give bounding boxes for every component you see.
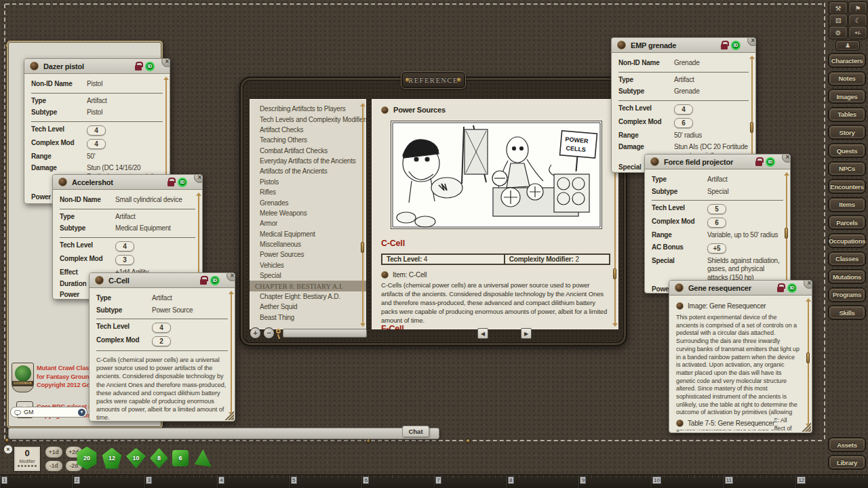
window-scrollbar[interactable] [784,172,789,287]
hotkey-slot[interactable]: 8 [507,475,579,488]
field-value[interactable]: 6 [674,118,693,128]
next-page-button[interactable]: ▶ [521,328,532,339]
modifiers-icon[interactable]: +/- [848,26,867,39]
die-modifier-button[interactable]: +1d [45,446,63,458]
hotkey-slot[interactable]: 5 [290,475,362,488]
link-sphere-icon[interactable] [676,420,684,427]
reference-nav-item[interactable]: Tech Levels and Complexity Modifiers [250,114,366,124]
reference-nav-item[interactable]: Medical Equipment [250,229,366,239]
id-badge-icon[interactable]: ID [787,283,797,293]
item-link-row[interactable]: Item: C-Cell [381,268,427,281]
id-badge-icon[interactable]: ID [731,41,741,50]
reference-title-plaque[interactable]: REFERENCE [401,71,466,89]
field-value[interactable]: Pistol [87,108,163,117]
reference-nav-item[interactable]: Power Sources [250,249,366,260]
window-titlebar[interactable]: EMP grenade ID [612,38,755,53]
item-sphere-icon[interactable] [650,157,659,166]
die[interactable] [193,449,212,467]
field-value[interactable]: Shields against radiation, gases, and ph… [707,257,783,283]
item-sphere-icon[interactable] [95,276,104,285]
lock-icon[interactable] [167,178,174,186]
clear-modifier-icon[interactable]: × [3,445,13,454]
window-titlebar[interactable]: Dazer pistol ID [24,59,170,74]
field-value[interactable]: 4 [674,104,693,115]
field-value[interactable]: 4 [87,139,106,149]
image-link-label[interactable]: Image: Gene Resequencer [688,302,766,310]
item-sphere-icon[interactable] [617,41,626,49]
reference-nav-item[interactable]: Melee Weapons [250,208,366,218]
field-value[interactable]: Grenade [674,87,749,96]
field-value[interactable]: Artifact [674,76,749,85]
prev-page-button[interactable]: ◀ [477,328,488,339]
window-scrollbar[interactable] [806,298,810,427]
window-titlebar[interactable]: Gene resequencer ID [669,281,812,296]
reference-nav-item[interactable]: Beast Thing [250,312,366,323]
party-sheet-icon[interactable]: ⚑ [848,1,867,15]
reference-nav-item[interactable]: Rifles [250,187,366,197]
chat-speaker-dropdown[interactable]: GM ▼ [10,407,87,418]
id-badge-icon[interactable]: ID [145,62,155,71]
field-value[interactable]: Artifact [115,213,195,222]
sidebar-item[interactable]: Items [828,197,866,212]
die[interactable]: 20 [76,447,98,470]
reference-nav-item[interactable]: Aether Squid [250,302,366,312]
window-titlebar[interactable]: C-Cell ID [90,273,235,288]
field-value[interactable]: Artifact [87,97,163,106]
modifier-value[interactable]: 0 [14,447,40,459]
reference-nav-item[interactable]: CHAPTER 8: BESTIARY A.I. [250,281,366,291]
sidebar-item[interactable]: Assets [828,437,866,452]
hotkey-slot[interactable]: 10 [651,475,724,488]
sidebar-item[interactable]: Images [828,89,866,104]
reference-nav-item[interactable]: Armor [250,218,366,228]
field-value[interactable]: 4 [87,125,106,136]
window-scrollbar[interactable] [749,56,754,167]
field-value[interactable]: 50' radius [674,131,749,140]
table-link-row[interactable]: Table 7-5: Gene Resequencer [676,417,774,430]
hotkey-slot[interactable]: 6 [361,475,434,488]
item-sphere-icon[interactable] [675,283,684,292]
reference-nav-item[interactable]: Artifact Checks [250,125,366,135]
item-window-gene-resequencer[interactable]: Gene resequencer ID × Image: Gene Resequ… [669,280,812,433]
zoom-in-button[interactable]: + [250,327,261,339]
field-value[interactable]: Special [707,188,783,197]
field-value[interactable]: 5 [707,204,726,214]
item-sphere-icon[interactable] [30,62,39,70]
hotkey-slot[interactable]: 11 [724,475,796,488]
link-sphere-icon[interactable] [381,271,389,279]
hotkey-slot[interactable]: 3 [144,475,217,488]
die[interactable]: 12 [102,448,122,469]
field-value[interactable]: 2 [152,336,171,346]
field-value[interactable]: Power Source [152,306,228,315]
item-window-force-field-projector[interactable]: Force field projector ID × Type Artifact… [644,154,791,293]
id-badge-icon[interactable]: ID [178,178,187,187]
field-value[interactable]: 3 [115,255,134,265]
sidebar-item[interactable]: Quests [828,143,866,158]
window-titlebar[interactable]: Force field projector ID [645,155,790,169]
item-window-ccell[interactable]: C-Cell ID × Type Artifact Subtype Power … [89,272,235,422]
field-value[interactable]: Medical Equipment [115,224,195,233]
reference-nav-item[interactable]: Everyday Artifacts of the Ancients [250,156,366,166]
reference-nav-item[interactable]: Miscellaneous [250,239,366,249]
sidebar-item[interactable]: Parcels [828,215,866,230]
sidebar-item[interactable]: Notes [828,71,866,86]
field-value[interactable]: Artifact [707,176,783,184]
field-value[interactable]: Grenade [674,59,749,68]
item-sphere-icon[interactable] [58,178,67,186]
field-value[interactable]: Artifact [152,294,228,303]
sidebar-item[interactable]: Tables [828,107,866,122]
modifier-box[interactable]: 0 Modifier [14,446,41,472]
hotkey-slot[interactable]: 9 [578,475,651,488]
sidebar-item[interactable]: Occupations [828,233,866,248]
field-value[interactable]: 4 [152,323,171,333]
reference-nav-item[interactable]: Grenades [250,197,366,207]
reference-nav-item[interactable]: Teaching Others [250,135,366,145]
tools-icon[interactable]: ⚒ [829,1,848,15]
die[interactable]: 6 [172,450,189,466]
id-badge-icon[interactable]: ID [766,157,775,167]
lock-icon[interactable] [199,276,207,285]
field-value[interactable]: 6 [707,218,726,228]
reference-nav-item[interactable]: Pistols [250,177,366,187]
image-link-row[interactable]: Image: Gene Resequencer [676,300,805,312]
nav-scrollbar[interactable] [360,103,365,327]
link-sphere-icon[interactable] [381,106,389,114]
